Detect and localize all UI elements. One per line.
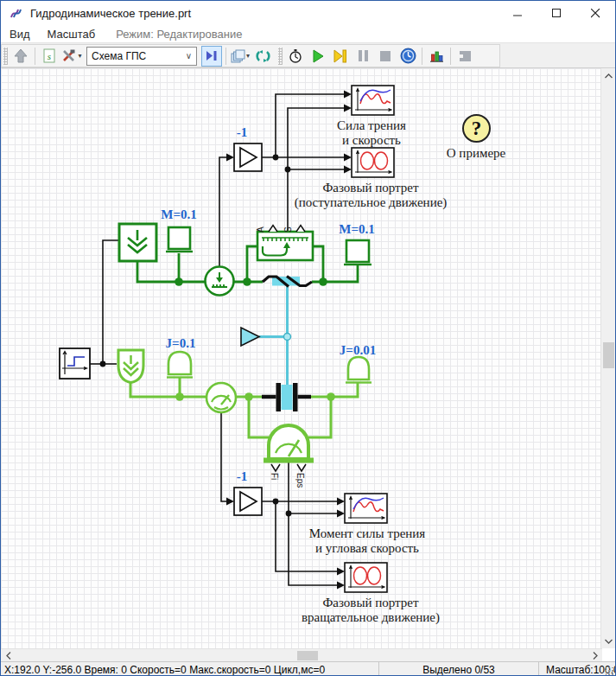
angle-speed-sensor-block[interactable] [264,425,314,461]
mass-block-2[interactable] [344,240,372,265]
translational-friction-block[interactable] [263,277,312,287]
about-example-label: О примере [447,146,505,161]
menu-mode-label: Режим: Редактирование [104,28,251,41]
up-arrow-icon[interactable] [10,46,31,67]
inertia1-label: J=0.1 [166,336,196,351]
scheme-select[interactable]: Схема ГПС ∨ [86,47,197,66]
gain-block-top[interactable] [234,143,262,171]
mass2-label: M=0.1 [339,222,374,237]
tools-icon[interactable]: ▾ [61,46,82,67]
force-sensor-block[interactable] [206,267,234,296]
inertia-block-2[interactable] [346,357,372,383]
cyan-gain-block[interactable] [241,328,259,346]
vertical-scrollbar[interactable] [600,68,615,648]
scroll-right-icon[interactable] [587,649,602,662]
signal-wires[interactable] [90,94,345,585]
application-window: Гидродинамическое трение.prt Вид Масштаб… [0,0,616,676]
play-icon[interactable] [308,46,328,67]
tools-dropdown-icon[interactable]: ▾ [78,52,81,60]
inertia2-label: J=0.01 [340,343,376,358]
about-example-icon[interactable]: ? [462,114,491,143]
schematic-canvas[interactable]: -1 -1 M=0.1 M=0.1 J=0.1 J=0.01 Сила трен… [1,68,602,648]
scroll-down-icon[interactable] [601,634,616,648]
torque-sensor-block[interactable] [206,383,236,412]
port-arrow-fi [271,464,280,471]
scroll-up-icon[interactable] [601,68,616,83]
layers-icon[interactable]: ▾ [230,46,251,67]
scroll-left-icon[interactable] [1,649,16,662]
chevron-down-icon: ∨ [186,51,192,61]
title-bar[interactable]: Гидродинамическое трение.prt [1,1,615,26]
plot4-caption-line1: Фазовый портрет [302,596,440,610]
plot2-caption: Фазовый портрет (поступательное движение… [295,181,448,210]
status-coordinates: X:192.0 Y:-256.0 Время: 0 Скорость=0 Мак… [1,662,378,676]
panel-icon[interactable] [454,46,475,67]
plot4-caption: Фазовый портрет вращательное движение) [302,596,440,625]
horizontal-scroll-thumb[interactable] [297,651,318,660]
pause-icon[interactable] [352,46,373,67]
mass-block-1[interactable] [166,227,193,252]
scheme-select-value: Схема ГПС [92,50,146,62]
vertical-scroll-thumb[interactable] [603,342,614,368]
toolbar-panel: s ▾ Схема ГПС ∨ ▾ [1,44,500,67]
plot3-caption-line2: и угловая скорость [309,541,426,556]
toolbar-grip[interactable] [3,48,8,65]
torque-source-block[interactable] [118,350,143,383]
goto-submodel-icon[interactable] [201,46,222,67]
resize-grip[interactable] [606,667,614,676]
port-arrow-eps [297,464,306,471]
skip-to-end-icon[interactable] [330,46,351,67]
minimize-button[interactable] [499,1,537,26]
cyan-junction[interactable] [284,334,291,341]
plot-torque-speed[interactable] [345,494,387,523]
plot-force-speed[interactable] [352,86,394,115]
app-logo-icon [9,6,23,21]
gain-block-bottom[interactable] [234,488,262,515]
position-speed-sensor-block[interactable] [257,232,313,260]
port-arrow-s [296,226,305,233]
inertia-block-1[interactable] [167,352,193,378]
plot-phase-translational[interactable] [352,148,394,177]
chart-icon[interactable] [426,46,447,67]
cyan-link-wire[interactable] [259,286,288,386]
gain-top-label: -1 [237,125,248,140]
toolbar: s ▾ Схема ГПС ∨ ▾ [1,42,615,68]
layers-dropdown-icon[interactable]: ▾ [246,52,250,60]
gain-bottom-label: -1 [237,469,248,484]
stop-icon[interactable] [375,46,396,67]
horizontal-scrollbar[interactable] [1,648,602,661]
clock-icon[interactable] [397,46,418,67]
plot2-caption-line2: (поступательное движение) [295,195,448,210]
menu-zoom[interactable]: Масштаб [39,28,105,41]
menu-bar: Вид Масштаб Режим: Редактирование [1,26,615,42]
refresh-icon[interactable] [252,46,273,67]
stopwatch-icon[interactable] [285,46,306,67]
port-label-fi: Fi [270,473,279,480]
status-zoom: Масштаб:100.0 [538,662,615,676]
port-arrow-a [269,226,277,233]
mass1-label: M=0.1 [161,207,196,222]
plot4-caption-line2: вращательное движение) [302,610,440,625]
rotational-wires[interactable] [130,378,358,437]
status-bar: X:192.0 Y:-256.0 Время: 0 Скорость=0 Мак… [1,661,615,676]
plot1-caption-line1: Сила трения [337,118,406,133]
menu-view[interactable]: Вид [1,28,39,41]
close-button[interactable] [576,1,615,26]
step-source-block[interactable] [60,348,90,379]
rotational-friction-block[interactable] [262,383,311,411]
window-title: Гидродинамическое трение.prt [30,7,191,20]
script-icon[interactable]: s [39,46,60,67]
port-label-a: A [256,226,265,233]
plot-phase-rotational[interactable] [345,563,387,592]
plot1-caption-line2: и скорость [337,133,406,148]
maximize-button[interactable] [537,1,576,26]
plot2-caption-line1: Фазовый портрет [295,181,448,195]
status-selected: Выделено 0/53 [378,662,538,676]
force-source-block[interactable] [119,224,156,261]
plot3-caption-line1: Момент силы трения [309,526,426,541]
port-label-eps: Eps [295,473,305,488]
svg-text:s: s [48,51,51,61]
toolbar-grip[interactable] [278,48,283,65]
plot1-caption: Сила трения и скорость [337,118,406,148]
question-mark: ? [472,118,482,140]
